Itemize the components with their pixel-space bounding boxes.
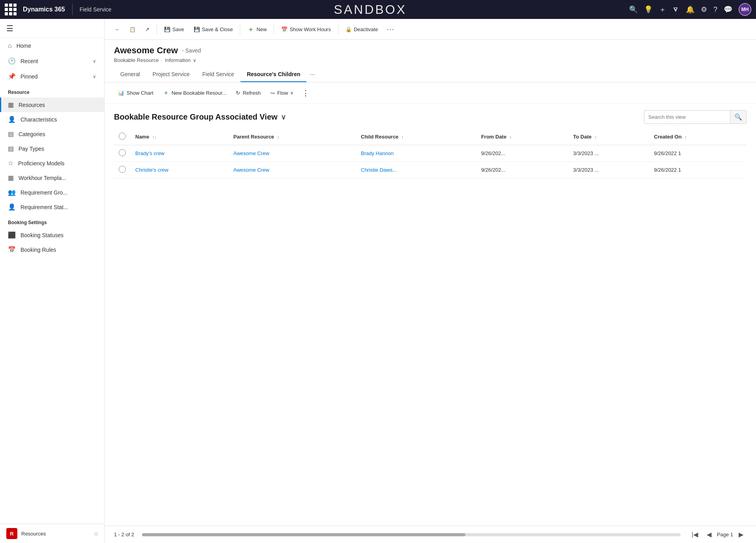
sidebar-item-workhour-templates[interactable]: ▦ Workhour Templa... <box>0 170 104 185</box>
sidebar-item-booking-rules[interactable]: 📅 Booking Rules <box>0 242 104 257</box>
toolbar-more-button[interactable]: ⋯ <box>383 22 398 36</box>
show-work-hours-button[interactable]: 📅 Show Work Hours <box>277 24 335 35</box>
col-to-date[interactable]: To Date ↕ <box>568 129 649 145</box>
toolbar: ← 📋 ↗ 💾 Save 💾 Save & Close ＋ New <box>105 19 756 40</box>
view-title: Bookable Resource Group Associated View … <box>114 112 286 122</box>
flow-chevron: ∨ <box>290 90 293 95</box>
save-close-button[interactable]: 💾 Save & Close <box>190 24 237 35</box>
col-child-resource[interactable]: Child Resource ↕ <box>356 129 476 145</box>
tab-field-service[interactable]: Field Service <box>196 67 241 82</box>
workhour-icon: ▦ <box>8 174 14 182</box>
to-sort-icons[interactable]: ↕ <box>595 135 597 139</box>
deactivate-button[interactable]: 🔒 Deactivate <box>342 24 382 35</box>
search-icon[interactable]: 🔍 <box>629 5 638 14</box>
view-mode-chevron[interactable]: ∨ <box>193 58 196 63</box>
booking-rules-label: Booking Rules <box>21 247 56 253</box>
select-all-col[interactable] <box>114 129 131 145</box>
row2-checkbox[interactable] <box>119 166 126 173</box>
sidebar-item-pay-types[interactable]: ▤ Pay Types <box>0 141 104 156</box>
new-bookable-button[interactable]: ＋ New Bookable Resour... <box>159 86 230 99</box>
sidebar-bottom-resources[interactable]: R Resources ◇ <box>0 524 104 543</box>
row2-name-link[interactable]: Christie's crew <box>135 167 168 173</box>
open-in-new-button[interactable]: ↗ <box>141 24 153 35</box>
tab-general[interactable]: General <box>114 67 146 82</box>
tab-more-button[interactable]: ··· <box>306 67 318 82</box>
module-label[interactable]: Field Service <box>80 6 112 13</box>
save-icon: 💾 <box>164 26 170 32</box>
row2-child-link[interactable]: Christie Daws... <box>361 167 397 173</box>
row1-child-link[interactable]: Brady Hannon <box>361 150 394 156</box>
filter-icon[interactable]: ⛛ <box>672 6 679 14</box>
first-page-button[interactable]: |◀ <box>689 529 701 540</box>
col-name[interactable]: Name ↑↓ <box>131 129 229 145</box>
col-created-label: Created On <box>654 134 681 140</box>
search-input[interactable] <box>644 111 730 123</box>
app-grid-icon[interactable] <box>5 4 17 15</box>
pinned-label: Pinned <box>21 73 38 80</box>
bottom-avatar: R <box>6 528 17 539</box>
save-button[interactable]: 💾 Save <box>160 24 188 35</box>
plus-icon[interactable]: ＋ <box>659 5 666 14</box>
sandbox-label: SANDBOX <box>116 2 625 17</box>
sidebar-item-home[interactable]: ⌂ Home <box>0 38 104 53</box>
form-view-button[interactable]: 📋 <box>125 24 140 35</box>
next-page-button[interactable]: ▶ <box>735 529 747 540</box>
record-view-mode[interactable]: Information <box>165 57 190 63</box>
brand-label[interactable]: Dynamics 365 <box>23 6 65 13</box>
home-icon: ⌂ <box>8 42 12 49</box>
name-sort-icons[interactable]: ↑↓ <box>152 135 157 139</box>
row1-name-link[interactable]: Brady's crew <box>135 150 164 156</box>
col-parent-resource[interactable]: Parent Resource ↕ <box>229 129 356 145</box>
table-container: Name ↑↓ Parent Resource ↕ Child Resource… <box>114 129 747 526</box>
tab-resources-children[interactable]: Resource's Children <box>241 67 307 82</box>
prev-page-button[interactable]: ◀ <box>704 529 715 540</box>
child-sort-icons[interactable]: ↕ <box>401 135 404 139</box>
search-icon[interactable]: 🔍 <box>730 110 746 124</box>
row1-checkbox-cell[interactable] <box>114 145 131 162</box>
sidebar-item-characteristics[interactable]: 👤 Characteristics <box>0 112 104 127</box>
view-area: Bookable Resource Group Associated View … <box>105 104 756 526</box>
tab-project-service[interactable]: Project Service <box>146 67 196 82</box>
row1-checkbox[interactable] <box>119 149 126 156</box>
record-saved-status: - Saved <box>182 47 201 54</box>
flow-button[interactable]: ⤳ Flow ∨ <box>266 88 297 99</box>
col-created-on[interactable]: Created On ↕ <box>649 129 747 145</box>
sidebar-item-pinned[interactable]: 📌 Pinned ∨ <box>0 69 104 84</box>
req-status-icon: 👤 <box>8 203 16 211</box>
refresh-button[interactable]: ↻ Refresh <box>232 88 265 98</box>
row2-checkbox-cell[interactable] <box>114 162 131 178</box>
parent-sort-icons[interactable]: ↕ <box>277 135 280 139</box>
from-sort-icons[interactable]: ↕ <box>510 135 512 139</box>
scrollbar-thumb[interactable] <box>142 533 465 536</box>
data-table: Name ↑↓ Parent Resource ↕ Child Resource… <box>114 129 747 178</box>
page-label: Page 1 <box>717 532 733 537</box>
hamburger-button[interactable]: ☰ <box>0 19 104 38</box>
bell-icon[interactable]: 🔔 <box>686 5 694 14</box>
sidebar-item-proficiency-models[interactable]: ☆ Proficiency Models <box>0 156 104 170</box>
show-chart-button[interactable]: 📊 Show Chart <box>114 88 157 98</box>
back-button[interactable]: ← <box>111 24 124 35</box>
new-button[interactable]: ＋ New <box>243 22 271 36</box>
save-close-icon: 💾 <box>194 26 200 32</box>
sidebar-item-requirement-groups[interactable]: 👥 Requirement Gro... <box>0 185 104 200</box>
workhour-label: Workhour Templa... <box>19 175 66 181</box>
lightbulb-icon[interactable]: 💡 <box>644 5 653 14</box>
pin-icon: 📌 <box>8 73 16 80</box>
row2-parent-link[interactable]: Awesome Crew <box>233 167 269 173</box>
col-from-date[interactable]: From Date ↕ <box>476 129 568 145</box>
sidebar-item-booking-statuses[interactable]: ⬛ Booking Statuses <box>0 228 104 242</box>
horizontal-scrollbar[interactable] <box>142 533 680 536</box>
settings-icon[interactable]: ⚙ <box>701 5 707 14</box>
feedback-icon[interactable]: 💬 <box>724 5 732 14</box>
help-icon[interactable]: ? <box>713 6 717 14</box>
sidebar-item-resources[interactable]: ▦ Resources <box>0 97 104 112</box>
row1-parent-link[interactable]: Awesome Crew <box>233 150 269 156</box>
sidebar-item-requirement-statuses[interactable]: 👤 Requirement Stat... <box>0 200 104 214</box>
sidebar-item-categories[interactable]: ▤ Categories <box>0 127 104 141</box>
created-sort-icons[interactable]: ↕ <box>685 135 687 139</box>
view-title-dropdown[interactable]: ∨ <box>281 113 286 122</box>
user-avatar[interactable]: MH <box>739 3 751 16</box>
sidebar-item-recent[interactable]: 🕐 Recent ∨ <box>0 53 104 69</box>
select-all-checkbox[interactable] <box>119 133 126 140</box>
sub-more-button[interactable]: ⋮ <box>299 87 312 99</box>
